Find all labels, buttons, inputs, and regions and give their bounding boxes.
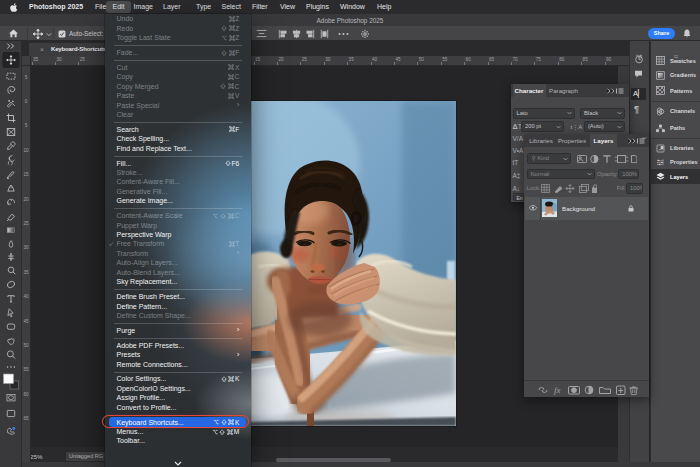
svg-text:fx: fx (554, 385, 561, 395)
